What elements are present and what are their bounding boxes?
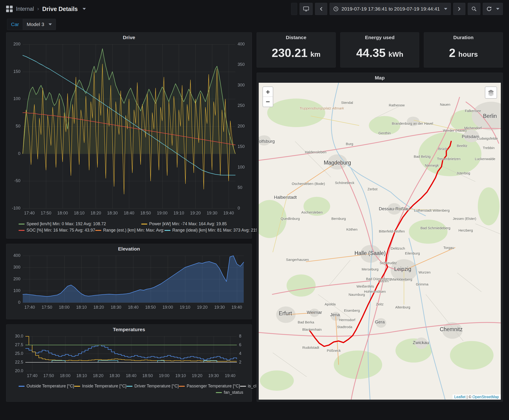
time-back-button[interactable]	[315, 3, 327, 15]
monitor-icon	[303, 6, 309, 12]
elevation-chart-canvas[interactable]	[8, 252, 250, 313]
legend-color-key	[19, 224, 25, 225]
car-variable-value: Model 3	[27, 22, 44, 27]
chevron-down-icon	[496, 8, 499, 10]
chevron-down-icon	[444, 8, 447, 10]
magnifier-icon	[471, 6, 477, 12]
elevation-panel: Elevation	[6, 244, 252, 319]
legend-item[interactable]: SOC [%] Min: 16 Max: 75 Avg: 43.97	[19, 228, 95, 233]
legend-item[interactable]: Speed [km/h] Min: 0 Max: 192 Avg: 108.72	[19, 221, 106, 226]
distance-stat-value: 230.21	[272, 46, 308, 60]
map-zoom-control: + −	[262, 86, 273, 107]
osm-link[interactable]: OpenStreetMap	[472, 395, 499, 399]
legend-item[interactable]: Driver Temperature [°C]	[126, 384, 179, 389]
duration-stat-value: 2	[449, 46, 455, 60]
temperatures-legend: Outside Temperature [°C]Inside Temperatu…	[6, 381, 252, 397]
energy-stat-value: 44.35	[356, 46, 386, 60]
legend-item[interactable]: Range (est.) [km] Min: Max: Avg:	[95, 228, 164, 233]
zoom-out-time-button[interactable]	[468, 3, 480, 15]
distance-stat-title[interactable]: Distance	[257, 33, 335, 41]
legend-label: Range (est.) [km] Min: Max: Avg:	[103, 228, 164, 233]
legend-item[interactable]: Range (ideal) [km] Min: 81 Max: 373 Avg:…	[164, 228, 258, 233]
legend-color-key	[141, 224, 147, 225]
navbar: Internal › Drive Details 2019-07-19 17:3…	[0, 0, 509, 18]
legend-label: fan_status	[224, 390, 243, 395]
legend-color-key	[95, 230, 101, 231]
map-layers-button[interactable]	[485, 86, 497, 99]
refresh-icon	[486, 6, 492, 12]
cycle-view-button[interactable]	[291, 3, 297, 15]
temperatures-panel-title[interactable]: Temperatures	[6, 325, 252, 333]
legend-item[interactable]: Power [kW] Min: -74 Max: 164 Avg: 19.85	[141, 221, 227, 226]
legend-color-key	[19, 230, 25, 231]
map-attribution: Leaflet | © OpenStreetMap	[453, 394, 501, 400]
tv-mode-button[interactable]	[300, 3, 313, 15]
leaflet-link[interactable]: Leaflet	[454, 395, 466, 399]
energy-stat-title[interactable]: Energy used	[340, 33, 419, 41]
legend-label: SOC [%] Min: 16 Max: 75 Avg: 43.97	[26, 228, 95, 233]
map-canvas[interactable]: BerlinPotsdamWerder (Havel)MichendorfBee…	[259, 83, 501, 400]
submenu: Car Model 3	[0, 18, 509, 31]
apps-grid-icon[interactable]	[6, 6, 13, 12]
duration-stat-unit: hours	[458, 48, 478, 58]
legend-item[interactable]: Inside Temperature [°C]	[74, 384, 126, 389]
map-panel: Map	[257, 73, 503, 402]
drive-panel-title[interactable]: Drive	[6, 33, 252, 41]
legend-color-key	[19, 386, 25, 387]
refresh-button[interactable]	[483, 3, 503, 15]
legend-item[interactable]: fan_status	[216, 390, 243, 395]
attribution-separator: | ©	[466, 395, 472, 399]
chevron-down-icon	[49, 23, 52, 25]
map-base-tiles	[259, 83, 501, 400]
time-range-picker[interactable]: 2019-07-19 17:36:41 to 2019-07-19 19:44:…	[330, 3, 451, 15]
drive-legend: Speed [km/h] Min: 0 Max: 192 Avg: 108.72…	[6, 219, 252, 235]
stats-row: Distance 230.21 km Energy used 44.35 kWh…	[257, 32, 503, 68]
time-range-text: 2019-07-19 17:36:41 to 2019-07-19 19:44:…	[341, 6, 440, 12]
legend-label: Outside Temperature [°C]	[26, 384, 74, 389]
legend-label: Inside Temperature [°C]	[82, 384, 126, 389]
legend-label: Range (ideal) [km] Min: 81 Max: 373 Avg:…	[172, 228, 258, 233]
energy-stat-panel: Energy used 44.35 kWh	[340, 32, 419, 68]
distance-stat-panel: Distance 230.21 km	[257, 32, 336, 68]
layers-icon	[487, 89, 494, 96]
map-panel-title[interactable]: Map	[257, 73, 503, 81]
legend-item[interactable]: Passenger Temperature [°C]	[179, 384, 240, 389]
elevation-panel-title[interactable]: Elevation	[6, 244, 252, 252]
clock-icon	[333, 6, 339, 12]
legend-item[interactable]: Outside Temperature [°C]	[19, 384, 74, 389]
breadcrumb-separator: ›	[37, 6, 39, 12]
legend-label: Driver Temperature [°C]	[134, 384, 179, 389]
legend-label: Speed [km/h] Min: 0 Max: 192 Avg: 108.72	[26, 221, 106, 226]
chevron-left-icon	[319, 7, 323, 11]
legend-color-key	[74, 386, 80, 387]
legend-color-key	[216, 392, 222, 393]
temperatures-chart-canvas[interactable]	[8, 333, 250, 381]
zoom-in-button[interactable]: +	[263, 87, 273, 97]
zoom-out-button[interactable]: −	[263, 97, 273, 107]
duration-stat-title[interactable]: Duration	[424, 33, 503, 41]
car-variable-dropdown[interactable]: Model 3	[23, 19, 56, 30]
legend-color-key	[179, 386, 185, 387]
drive-panel: Drive Speed [km/h] Min: 0 Max: 192 Avg: …	[6, 32, 252, 239]
breadcrumb-root[interactable]: Internal	[16, 6, 34, 12]
variable-label: Car	[7, 19, 23, 30]
legend-label: Power [kW] Min: -74 Max: 164 Avg: 19.85	[149, 221, 227, 226]
chevron-down-icon[interactable]	[83, 8, 86, 10]
breadcrumb: Internal › Drive Details	[6, 6, 86, 12]
distance-stat-unit: km	[310, 48, 320, 58]
page-title[interactable]: Drive Details	[42, 6, 78, 12]
time-forward-button[interactable]	[453, 3, 465, 15]
legend-label: Passenger Temperature [°C]	[187, 384, 240, 389]
chevron-right-icon	[458, 7, 461, 11]
energy-stat-unit: kWh	[388, 48, 403, 58]
drive-chart-canvas[interactable]	[8, 41, 250, 219]
temperatures-panel: Temperatures Outside Temperature [°C]Ins…	[6, 324, 252, 402]
legend-color-key	[240, 386, 246, 387]
legend-color-key	[126, 386, 132, 387]
legend-color-key	[164, 230, 170, 231]
duration-stat-panel: Duration 2 hours	[424, 32, 503, 68]
